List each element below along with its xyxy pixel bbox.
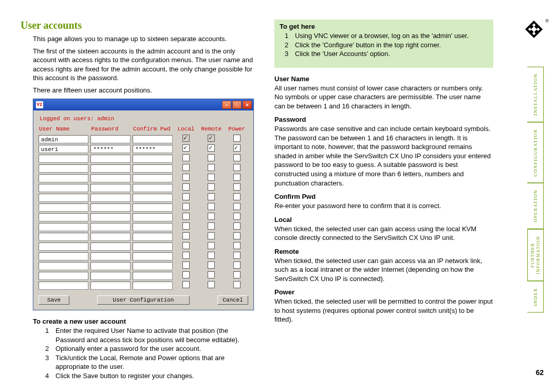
password-input[interactable] bbox=[90, 174, 131, 182]
password-input[interactable] bbox=[90, 184, 131, 192]
remote-checkbox[interactable] bbox=[208, 183, 215, 191]
cancel-button[interactable]: Cancel bbox=[217, 295, 248, 305]
password-input[interactable] bbox=[90, 282, 131, 290]
username-input[interactable] bbox=[39, 203, 88, 212]
password-input[interactable] bbox=[90, 135, 131, 143]
username-input[interactable] bbox=[39, 252, 88, 260]
password-input[interactable] bbox=[90, 242, 131, 251]
power-checkbox[interactable] bbox=[233, 232, 240, 239]
username-input[interactable] bbox=[39, 262, 88, 270]
confirm-input[interactable] bbox=[133, 184, 173, 192]
password-input[interactable] bbox=[90, 223, 131, 231]
username-input[interactable] bbox=[39, 242, 88, 251]
minimize-button[interactable] bbox=[222, 101, 231, 109]
power-checkbox[interactable] bbox=[233, 154, 240, 161]
power-checkbox[interactable] bbox=[233, 193, 240, 200]
local-checkbox[interactable] bbox=[182, 222, 190, 230]
remote-checkbox[interactable] bbox=[208, 281, 215, 288]
local-checkbox[interactable] bbox=[182, 262, 190, 269]
confirm-input[interactable] bbox=[133, 194, 173, 202]
power-checkbox[interactable] bbox=[233, 135, 240, 142]
power-checkbox[interactable] bbox=[233, 242, 240, 249]
username-input[interactable] bbox=[39, 282, 88, 290]
save-button[interactable]: Save bbox=[39, 295, 69, 305]
username-input[interactable] bbox=[39, 174, 88, 182]
password-input[interactable] bbox=[90, 272, 131, 280]
password-input[interactable] bbox=[90, 155, 131, 163]
username-input[interactable] bbox=[39, 164, 88, 173]
confirm-input[interactable] bbox=[133, 223, 173, 231]
password-input[interactable] bbox=[90, 164, 131, 173]
remote-checkbox[interactable] bbox=[208, 271, 215, 278]
username-input[interactable] bbox=[39, 184, 88, 192]
side-tab-further-information[interactable]: FURTHER INFORMATION bbox=[527, 229, 544, 281]
power-checkbox[interactable] bbox=[233, 144, 240, 152]
remote-checkbox[interactable] bbox=[208, 154, 215, 161]
side-tab-operation[interactable]: OPERATION bbox=[527, 183, 544, 229]
confirm-input[interactable] bbox=[133, 213, 173, 221]
local-checkbox[interactable] bbox=[182, 281, 190, 288]
power-checkbox[interactable] bbox=[233, 174, 240, 181]
username-input[interactable] bbox=[39, 223, 88, 231]
local-checkbox[interactable] bbox=[182, 271, 190, 278]
power-checkbox[interactable] bbox=[233, 183, 240, 191]
local-checkbox[interactable] bbox=[182, 213, 190, 220]
close-button[interactable] bbox=[243, 101, 252, 109]
password-input[interactable] bbox=[90, 194, 131, 202]
confirm-input[interactable] bbox=[133, 272, 173, 280]
local-checkbox[interactable] bbox=[182, 154, 190, 161]
remote-checkbox[interactable] bbox=[208, 203, 215, 210]
local-checkbox[interactable] bbox=[182, 193, 190, 200]
power-checkbox[interactable] bbox=[233, 213, 240, 220]
username-input[interactable]: user1 bbox=[39, 145, 88, 153]
confirm-input[interactable] bbox=[133, 135, 173, 143]
side-tab-installation[interactable]: INSTALLATION bbox=[527, 67, 544, 122]
confirm-input[interactable] bbox=[133, 252, 173, 260]
local-checkbox[interactable] bbox=[182, 242, 190, 249]
remote-checkbox[interactable] bbox=[208, 144, 215, 152]
power-checkbox[interactable] bbox=[233, 271, 240, 278]
remote-checkbox[interactable] bbox=[208, 242, 215, 249]
maximize-button[interactable] bbox=[232, 101, 242, 109]
local-checkbox[interactable] bbox=[182, 183, 190, 191]
password-input[interactable] bbox=[90, 262, 131, 270]
remote-checkbox[interactable] bbox=[208, 222, 215, 230]
side-tab-index[interactable]: INDEX bbox=[527, 281, 544, 313]
power-checkbox[interactable] bbox=[233, 222, 240, 230]
remote-checkbox[interactable] bbox=[208, 232, 215, 239]
confirm-input[interactable] bbox=[133, 282, 173, 290]
confirm-input[interactable] bbox=[133, 203, 173, 212]
password-input[interactable] bbox=[90, 233, 131, 241]
local-checkbox[interactable] bbox=[182, 164, 190, 171]
remote-checkbox[interactable] bbox=[208, 252, 215, 259]
local-checkbox[interactable] bbox=[182, 252, 190, 259]
password-input[interactable]: ****** bbox=[90, 145, 131, 153]
confirm-input[interactable] bbox=[133, 174, 173, 182]
power-checkbox[interactable] bbox=[233, 164, 240, 171]
local-checkbox[interactable] bbox=[182, 174, 190, 181]
username-input[interactable] bbox=[39, 155, 88, 163]
confirm-input[interactable] bbox=[133, 242, 173, 251]
confirm-input[interactable] bbox=[133, 164, 173, 173]
power-checkbox[interactable] bbox=[233, 262, 240, 269]
username-input[interactable] bbox=[39, 272, 88, 280]
username-input[interactable] bbox=[39, 213, 88, 221]
remote-checkbox[interactable] bbox=[208, 213, 215, 220]
password-input[interactable] bbox=[90, 213, 131, 221]
remote-checkbox[interactable] bbox=[208, 164, 215, 171]
password-input[interactable] bbox=[90, 203, 131, 212]
local-checkbox[interactable] bbox=[182, 144, 190, 152]
local-checkbox[interactable] bbox=[182, 232, 190, 239]
power-checkbox[interactable] bbox=[233, 252, 240, 259]
power-checkbox[interactable] bbox=[233, 203, 240, 210]
username-input[interactable] bbox=[39, 233, 88, 241]
confirm-input[interactable] bbox=[133, 155, 173, 163]
local-checkbox[interactable] bbox=[182, 203, 190, 210]
confirm-input[interactable] bbox=[133, 233, 173, 241]
username-input[interactable] bbox=[39, 194, 88, 202]
remote-checkbox[interactable] bbox=[208, 262, 215, 269]
side-tab-configuration[interactable]: CONFIGURATION bbox=[527, 122, 544, 183]
username-input[interactable]: admin bbox=[39, 135, 88, 143]
remote-checkbox[interactable] bbox=[208, 174, 215, 181]
confirm-input[interactable] bbox=[133, 262, 173, 270]
